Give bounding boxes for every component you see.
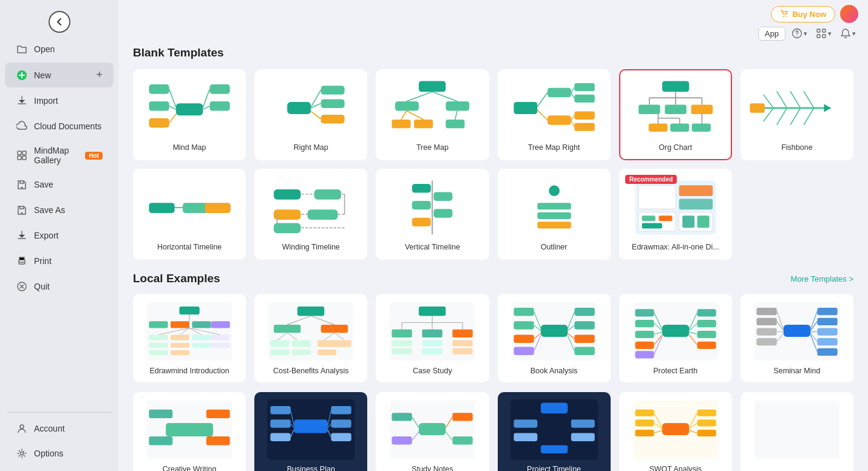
template-tree-map[interactable]: Tree Map: [376, 69, 489, 160]
svg-rect-271: [514, 433, 537, 441]
svg-rect-103: [412, 201, 431, 209]
svg-rect-269: [514, 419, 537, 427]
cost-benefits-label: Cost-Benefits Analysis: [273, 367, 348, 375]
example-book-analysis[interactable]: Book Analysis: [498, 294, 611, 382]
org-chart-preview: [628, 78, 724, 138]
example-protect-earth[interactable]: Protect Earth: [619, 294, 732, 382]
svg-rect-123: [682, 215, 694, 228]
svg-rect-138: [192, 335, 211, 341]
new-icon: [16, 69, 28, 81]
svg-rect-162: [317, 350, 336, 355]
template-winding-timeline[interactable]: Winding Timeline: [254, 169, 367, 260]
export-icon: [16, 229, 28, 242]
svg-line-34: [311, 112, 321, 119]
svg-rect-277: [635, 419, 654, 426]
sidebar-item-mindmap-gallery[interactable]: MindMap Gallery Hot: [5, 140, 114, 171]
example-row2-6[interactable]: [741, 392, 853, 471]
sidebar-item-account[interactable]: Account: [5, 416, 114, 441]
svg-rect-246: [271, 419, 291, 427]
template-fishbone[interactable]: Fishbone: [741, 69, 853, 160]
topbar: Buy Now: [761, 0, 868, 28]
svg-rect-280: [697, 419, 716, 426]
svg-rect-93: [314, 189, 341, 200]
svg-rect-200: [635, 320, 654, 327]
template-right-map[interactable]: Right Map: [254, 69, 367, 160]
sidebar-divider: [7, 412, 111, 413]
svg-rect-1: [18, 151, 21, 155]
example-row2-5[interactable]: SWOT Analysis: [619, 392, 732, 471]
sidebar-item-options[interactable]: Options: [5, 441, 114, 466]
svg-rect-102: [412, 184, 431, 192]
winding-timeline-preview: [263, 177, 359, 238]
svg-rect-124: [697, 215, 709, 228]
sidebar: Open New + Import Cloud Documents MindMa…: [0, 0, 118, 471]
svg-rect-89: [183, 203, 208, 213]
example-cost-benefits[interactable]: Cost-Benefits Analysis: [254, 294, 367, 382]
svg-rect-108: [537, 203, 571, 209]
sidebar-item-save-as[interactable]: Save As: [5, 198, 114, 222]
right-map-label: Right Map: [294, 143, 328, 152]
edrawmind-intro-label: Edrawmind Introduction: [149, 367, 229, 375]
sidebar-item-new[interactable]: New +: [5, 63, 114, 87]
template-edrawmax[interactable]: Recommended Edrawmax: All-in-one Di...: [619, 169, 732, 260]
account-icon: [16, 422, 28, 435]
svg-rect-50: [574, 95, 594, 103]
svg-rect-100: [274, 223, 300, 234]
template-tree-map-right[interactable]: Tree Map Right: [498, 69, 611, 160]
vertical-timeline-preview: [384, 177, 480, 238]
svg-rect-177: [453, 340, 473, 346]
example-edrawmind-intro[interactable]: Edrawmind Introduction: [133, 294, 246, 382]
more-templates-link[interactable]: More Templates >: [791, 274, 853, 283]
svg-rect-15: [817, 35, 820, 38]
svg-rect-61: [665, 104, 687, 114]
svg-rect-182: [514, 321, 534, 329]
sidebar-item-open[interactable]: Open: [5, 37, 114, 61]
case-study-label: Case Study: [413, 367, 452, 375]
svg-rect-116: [679, 185, 713, 196]
svg-rect-96: [308, 209, 338, 220]
example-seminar-mind[interactable]: Seminar Mind: [741, 294, 853, 382]
svg-rect-151: [321, 325, 348, 333]
more-examples-grid: Creative Writing: [133, 392, 853, 471]
svg-point-113: [546, 222, 551, 228]
svg-rect-160: [271, 350, 290, 355]
sidebar-item-save[interactable]: Save: [5, 172, 114, 197]
svg-rect-29: [321, 86, 345, 94]
svg-point-112: [546, 213, 551, 219]
sidebar-item-quit[interactable]: Quit: [5, 274, 114, 299]
sidebar-item-export[interactable]: Export: [5, 223, 114, 248]
svg-line-54: [537, 110, 548, 120]
svg-rect-188: [574, 347, 594, 355]
template-horizontal-timeline[interactable]: Horizontal Timeline: [133, 169, 246, 260]
buy-now-button[interactable]: Buy Now: [771, 6, 835, 22]
sidebar-item-print[interactable]: Print: [5, 249, 114, 273]
template-org-chart[interactable]: Org Chart: [619, 69, 732, 160]
avatar[interactable]: [840, 5, 858, 23]
example-row2-4[interactable]: Project Timeline: [498, 392, 611, 471]
svg-rect-226: [756, 328, 776, 335]
back-button[interactable]: [49, 11, 70, 33]
template-vertical-timeline[interactable]: Vertical Timeline: [376, 169, 489, 260]
sidebar-item-import[interactable]: Import: [5, 89, 114, 113]
svg-rect-186: [574, 321, 594, 329]
example-row2-1[interactable]: Creative Writing: [133, 392, 246, 471]
app-label[interactable]: App: [758, 27, 785, 41]
svg-rect-126: [179, 307, 199, 314]
example-row2-3[interactable]: Study Notes: [376, 392, 489, 471]
svg-rect-272: [571, 433, 594, 441]
svg-rect-201: [635, 331, 654, 338]
template-mind-map[interactable]: Mind Map: [133, 69, 246, 160]
example-row2-2[interactable]: Business Plan: [254, 392, 367, 471]
sidebar-item-cloud[interactable]: Cloud Documents: [5, 114, 114, 138]
svg-rect-3: [18, 156, 21, 160]
svg-rect-143: [211, 343, 230, 348]
fishbone-preview: [749, 78, 845, 138]
example-case-study[interactable]: Case Study: [376, 294, 489, 382]
svg-rect-31: [321, 115, 345, 123]
tree-map-label: Tree Map: [416, 143, 449, 152]
svg-rect-185: [574, 308, 594, 316]
template-outliner[interactable]: Outliner: [498, 169, 611, 260]
svg-rect-40: [446, 120, 465, 128]
svg-rect-150: [274, 325, 300, 333]
svg-rect-276: [635, 410, 654, 416]
